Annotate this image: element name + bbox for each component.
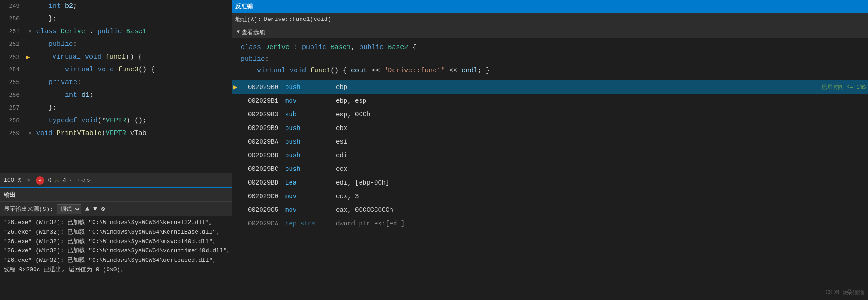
- nav-arrows[interactable]: ← → ◁ ▷: [70, 176, 91, 184]
- asm-address: 002029B3: [241, 111, 281, 118]
- asm-operand: dword ptr es:[edi]: [336, 220, 866, 227]
- asm-active-arrow-icon: ▶: [233, 83, 241, 91]
- disassembly-header: 反汇编: [232, 0, 868, 13]
- asm-address: 002029B9: [241, 125, 281, 132]
- line-number: 249: [0, 0, 25, 13]
- nav-forward-icon[interactable]: →: [75, 176, 79, 184]
- warning-icon: ⚠: [55, 177, 59, 184]
- line-content: typedef void(*VFPTR) ();: [29, 115, 147, 127]
- output-scroll-bottom-icon[interactable]: ▼: [93, 205, 98, 213]
- asm-row: 002029B9 push ebx: [232, 121, 868, 135]
- panel-divider: [232, 0, 232, 300]
- output-source-dropdown[interactable]: 调试: [57, 204, 81, 214]
- asm-arrow-placeholder: [233, 152, 241, 159]
- asm-address: 002029CA: [241, 220, 281, 227]
- asm-arrow-placeholder: [233, 125, 241, 132]
- table-row: 255 private:: [0, 76, 232, 89]
- asm-mnemonic: lea: [281, 179, 336, 186]
- source-line: virtual void func1() { cout << "Derive::…: [241, 65, 859, 77]
- asm-address: 002029B0: [241, 84, 281, 91]
- asm-operand: esp, 0CCh: [336, 111, 866, 118]
- code-area: 249 int b2; 250 }; 251 ⊟ class: [0, 0, 232, 191]
- asm-row: 002029C0 mov ecx, 3: [232, 190, 868, 203]
- nav-next-icon[interactable]: ▷: [87, 176, 90, 184]
- asm-operand: edi: [336, 152, 866, 159]
- asm-arrow-placeholder: [233, 179, 241, 186]
- disassembly-content: class Derive : public Base1, public Base…: [232, 38, 868, 300]
- asm-mnemonic: push: [281, 165, 336, 173]
- asm-operand: ebp, esp: [336, 97, 866, 105]
- disassembly-panel: 反汇编 地址(A): Derive::func1(void) ▼ 查看选项 cl…: [232, 0, 868, 300]
- asm-mnemonic: sub: [281, 111, 336, 118]
- line-content: public:: [29, 38, 77, 51]
- collapse-icon[interactable]: ⊟: [29, 127, 32, 140]
- asm-mnemonic: push: [281, 84, 336, 91]
- error-icon: ✕: [39, 177, 42, 183]
- table-row: 253 ▶ virtual void func1() {: [0, 51, 232, 64]
- asm-row: 002029BD lea edi, [ebp-0Ch]: [232, 176, 868, 190]
- line-content: int b2;: [29, 0, 77, 13]
- asm-mnemonic: rep stos: [281, 220, 336, 227]
- line-number: 255: [0, 76, 25, 89]
- line-content: };: [29, 13, 57, 25]
- output-scroll-top-icon[interactable]: ▲: [85, 205, 89, 213]
- list-item: "26.exe" (Win32): 已加载 "C:\Windows\SysWOW…: [4, 246, 228, 256]
- options-bar: ▼ 查看选项: [232, 26, 868, 38]
- debug-arrow-icon: ▶: [26, 51, 32, 64]
- nav-prev-icon[interactable]: ◁: [81, 176, 85, 184]
- asm-operand: esi: [336, 138, 866, 145]
- collapse-icon[interactable]: ⊟: [29, 25, 32, 38]
- warning-count: 4: [63, 177, 66, 184]
- table-row: 257 };: [0, 102, 232, 115]
- options-arrow-icon[interactable]: ▼: [237, 30, 240, 35]
- asm-row: 002029C5 mov eax, 0CCCCCCCCh: [232, 203, 868, 217]
- asm-address: 002029BA: [241, 138, 281, 145]
- asm-address: 002029BD: [241, 179, 281, 186]
- list-item: 线程 0x200c 已退出, 返回值为 0 (0x0)。: [4, 265, 228, 275]
- asm-row: 002029BC push ecx: [232, 162, 868, 176]
- disasm-source-display: class Derive : public Base1, public Base…: [232, 40, 868, 80]
- line-number: 256: [0, 89, 25, 102]
- asm-row: 002029B3 sub esp, 0CCh: [232, 108, 868, 121]
- asm-address: 002029BC: [241, 165, 281, 173]
- source-line: public:: [241, 54, 859, 65]
- asm-row: 002029BA push esi: [232, 135, 868, 149]
- line-content: virtual void func3() {: [29, 64, 155, 76]
- line-number: 253: [0, 51, 25, 64]
- output-panel: 输出 显示输出来源(S): 调试 ▲ ▼ ⊗ "26.exe" (Win32):…: [0, 187, 232, 300]
- csdn-watermark: CSDN @朵猫猫: [825, 288, 864, 296]
- line-content: class Derive : public Base1: [33, 25, 147, 38]
- nav-back-icon[interactable]: ←: [70, 176, 74, 184]
- zoom-level: 100 %: [4, 177, 21, 184]
- disassembly-title: 反汇编: [235, 2, 253, 10]
- table-row: 256 int d1;: [0, 89, 232, 102]
- asm-arrow-placeholder: [233, 111, 241, 118]
- address-bar: 地址(A): Derive::func1(void): [232, 13, 868, 26]
- output-clear-icon[interactable]: ⊗: [101, 205, 105, 214]
- asm-arrow-placeholder: [233, 220, 241, 227]
- error-count: 0: [48, 177, 51, 184]
- asm-arrow-placeholder: [233, 193, 241, 200]
- asm-address: 002029B1: [241, 97, 281, 105]
- line-content: };: [29, 102, 57, 115]
- table-row: 250 };: [0, 13, 232, 25]
- asm-arrow-placeholder: [233, 206, 241, 214]
- asm-operand: edi, [ebp-0Ch]: [336, 179, 866, 186]
- asm-arrow-placeholder: [233, 138, 241, 145]
- asm-address: 002029C5: [241, 206, 281, 214]
- line-number: 250: [0, 13, 25, 25]
- source-line: class Derive : public Base1, public Base…: [241, 42, 859, 54]
- list-item: "26.exe" (Win32): 已加载 "C:\Windows\SysWOW…: [4, 237, 228, 247]
- asm-arrow-placeholder: [233, 165, 241, 173]
- asm-mnemonic: push: [281, 125, 336, 132]
- asm-operand: ebp: [336, 84, 814, 91]
- address-value[interactable]: Derive::func1(void): [264, 16, 331, 23]
- line-number: 251: [0, 25, 25, 38]
- asm-operand: ecx, 3: [336, 193, 866, 200]
- table-row: 252 public:: [0, 38, 232, 51]
- table-row: 251 ⊟ class Derive : public Base1: [0, 25, 232, 38]
- table-row: 254 virtual void func3() {: [0, 64, 232, 76]
- line-content: int d1;: [29, 89, 94, 102]
- asm-mnemonic: mov: [281, 193, 336, 200]
- line-number: 254: [0, 64, 25, 76]
